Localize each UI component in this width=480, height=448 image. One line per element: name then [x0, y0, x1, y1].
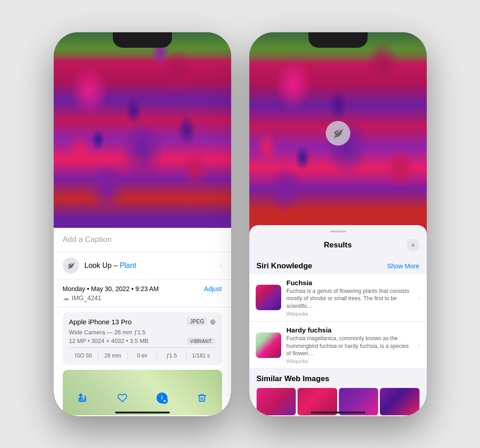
photo-info-section: Monday • May 30, 2022 • 9:23 AM Adjust ☁… [54, 280, 231, 307]
results-panel: Results × Siri Knowledge Show More Fuchs… [249, 225, 427, 416]
result-chevron-1: › [418, 294, 420, 301]
chevron-right-icon: › [220, 262, 222, 269]
cloud-icon: ☁ [63, 294, 69, 302]
close-button[interactable]: × [407, 239, 419, 252]
location-icon: ⊕ [210, 317, 216, 326]
exif-focal: 26 mm [98, 352, 128, 360]
drag-handle[interactable] [330, 231, 346, 232]
phone-2-screen: Results × Siri Knowledge Show More Fuchs… [249, 32, 427, 416]
result-source-1: Wikipedia [287, 311, 413, 317]
result-info-fuchsia: Fuchsia Fuchsia is a genus of flowering … [287, 279, 413, 317]
exif-ev: 0 ev [128, 352, 157, 360]
result-item-fuchsia[interactable]: Fuchsia Fuchsia is a genus of flowering … [249, 274, 427, 322]
exif-shutter: 1/181 s [187, 352, 216, 360]
camera-name: Apple iPhone 13 Pro [69, 318, 132, 326]
similar-web-section: Similar Web Images [249, 369, 427, 416]
photo-toolbar: i ✦ [54, 389, 231, 407]
result-source-2: Wikipedia [287, 358, 413, 364]
exif-aperture: ƒ1.5 [157, 352, 187, 360]
siri-knowledge-header: Siri Knowledge Show More [249, 256, 427, 274]
flower-photo-2[interactable] [249, 32, 427, 242]
phone-1: Add a Caption Look Up – Plant › Monday •… [54, 32, 231, 416]
siri-knowledge-title: Siri Knowledge [257, 262, 313, 271]
share-button[interactable] [73, 389, 91, 407]
caption-input[interactable]: Add a Caption [63, 235, 112, 244]
result-item-hardy[interactable]: Hardy fuchsia Fuchsia magellanica, commo… [249, 322, 427, 369]
photo-date: Monday • May 30, 2022 • 9:23 AM [63, 285, 159, 292]
results-title: Results [269, 241, 407, 250]
web-image-4[interactable] [380, 388, 419, 415]
result-name-1: Fuchsia [287, 279, 413, 287]
delete-button[interactable] [193, 389, 211, 407]
svg-text:✦: ✦ [163, 399, 167, 403]
phone-2: Results × Siri Knowledge Show More Fuchs… [249, 32, 427, 416]
similar-web-title: Similar Web Images [257, 374, 419, 383]
camera-section: Apple iPhone 13 Pro JPEG ⊕ Wide Camera —… [63, 312, 222, 365]
result-name-2: Hardy fuchsia [287, 326, 413, 334]
home-indicator [115, 412, 170, 413]
lookup-label: Look Up – Plant [85, 262, 136, 270]
like-button[interactable] [113, 389, 131, 407]
info-button[interactable]: i ✦ [153, 389, 171, 407]
result-thumb-hardy [256, 332, 281, 358]
exif-iso: ISO 50 [69, 352, 99, 360]
leaf-icon-large [332, 127, 344, 139]
visual-lookup-button[interactable] [326, 121, 350, 146]
web-image-1[interactable] [257, 388, 296, 415]
result-desc-2: Fuchsia magellanica, commonly known as t… [287, 335, 413, 357]
flower-photo[interactable] [54, 32, 231, 228]
adjust-button[interactable]: Adjust [204, 285, 222, 292]
result-info-hardy: Hardy fuchsia Fuchsia magellanica, commo… [287, 326, 413, 364]
filename: IMG_4241 [72, 294, 101, 302]
caption-area: Add a Caption [54, 228, 231, 252]
jpeg-badge: JPEG [187, 317, 207, 326]
show-more-button[interactable]: Show More [387, 262, 419, 270]
phone-1-screen: Add a Caption Look Up – Plant › Monday •… [54, 32, 231, 416]
result-desc-1: Fuchsia is a genus of flowering plants t… [287, 287, 413, 310]
phone2-home-indicator [311, 412, 365, 413]
lookup-icon-circle [63, 257, 79, 274]
leaf-icon [67, 262, 75, 270]
result-chevron-2: › [418, 342, 420, 348]
exif-row: ISO 50 26 mm 0 ev ƒ1.5 1/181 s [69, 347, 216, 360]
wide-camera-info: Wide Camera — 26 mm ƒ1.5 [69, 329, 216, 336]
vibrant-badge: VIBRANT [187, 337, 216, 345]
result-thumb-fuchsia [256, 285, 281, 310]
results-header: Results × [249, 237, 427, 256]
mp-info: 12 MP • 3024 × 4032 • 3.5 MB [69, 337, 149, 344]
lookup-row[interactable]: Look Up – Plant › [54, 252, 231, 280]
